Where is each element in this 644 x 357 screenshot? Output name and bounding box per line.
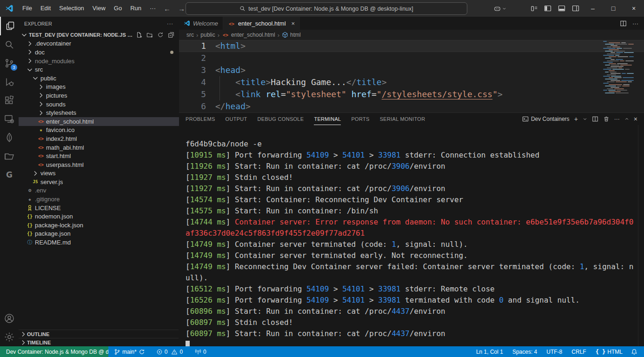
cursor-position[interactable]: Ln 1, Col 1 (473, 346, 506, 357)
tree-item-math-abi-html[interactable]: <>math_abi.html (19, 143, 179, 152)
terminal-profile[interactable]: Dev Containers (522, 116, 570, 122)
menu-edit[interactable]: Edit (36, 3, 55, 14)
new-folder-icon[interactable] (146, 32, 153, 38)
tree-item-package-lock-json[interactable]: {}package-lock.json (19, 221, 179, 230)
minimap[interactable] (603, 41, 634, 101)
activity-docker-icon[interactable] (0, 147, 19, 165)
collapse-all-icon[interactable] (168, 32, 174, 38)
close-button[interactable]: × (624, 0, 644, 17)
tab-welcome[interactable]: Welcome (179, 17, 223, 30)
tree-item--gitignore[interactable]: ◆.gitignore (19, 195, 179, 204)
tree-item-public[interactable]: public (19, 74, 179, 83)
more-actions-icon[interactable]: ··· (632, 20, 638, 27)
toggle-secondary-sidebar-button[interactable] (569, 2, 583, 14)
refresh-icon[interactable] (157, 32, 164, 38)
code-editor[interactable]: 1<html>23<head>4 <title>Hacking Game...<… (179, 40, 644, 112)
activity-run-and-debug-icon[interactable] (0, 73, 19, 91)
tree-item-enter-school-html[interactable]: <>enter_school.html (19, 117, 179, 126)
activity-source-control-icon[interactable]: 3 (0, 54, 19, 73)
activity-mongodb-icon[interactable] (0, 128, 19, 147)
breadcrumb-src[interactable]: src (186, 32, 194, 38)
tree-item-readme-md[interactable]: ⓘREADME.md (19, 238, 179, 247)
problems-item[interactable]: 0 0 (153, 346, 186, 357)
tab-enter-school-html[interactable]: <>enter_school.html× (223, 17, 300, 30)
tree-item-src[interactable]: src (19, 65, 179, 74)
activity-search-icon[interactable] (0, 35, 19, 54)
code-line-6: 6</head> (179, 100, 644, 112)
timeline-label: TIMELINE (27, 340, 51, 345)
activity-extensions-icon[interactable] (0, 91, 19, 110)
minimap-line (603, 84, 634, 85)
copilot-button[interactable] (493, 5, 506, 13)
tree-item-server-js[interactable]: JSserver.js (19, 178, 179, 186)
language-mode[interactable]: { } HTML (593, 346, 625, 357)
activity-remote-explorer-icon[interactable] (0, 110, 19, 128)
panel-tab-debug-console[interactable]: DEBUG CONSOLE (258, 113, 304, 125)
maximize-panel-icon[interactable] (624, 117, 629, 121)
split-editor-icon[interactable] (620, 20, 627, 27)
breadcrumb-public[interactable]: public (200, 32, 215, 38)
command-center[interactable]: test_dev [Dev Container: Node.js & Mongo… (186, 2, 467, 15)
tree-item--devcontainer[interactable]: .devcontainer (19, 40, 179, 48)
panel-more-actions-icon[interactable]: ··· (614, 116, 620, 122)
close-tab-icon[interactable]: × (292, 20, 295, 27)
customize-layout-button[interactable] (527, 2, 541, 14)
maximize-button[interactable]: □ (603, 0, 624, 17)
panel-tab-output[interactable]: OUTPUT (226, 113, 247, 125)
outline-section[interactable]: OUTLINE (19, 330, 179, 338)
tree-item-node-modules[interactable]: node_modules (19, 57, 179, 66)
tree-item-pictures[interactable]: pictures (19, 91, 179, 100)
tree-item--env[interactable]: ⚙.env (19, 186, 179, 195)
toggle-panel-button[interactable] (555, 2, 569, 14)
panel-tab-ports[interactable]: PORTS (351, 113, 369, 125)
terminal-scrollbar[interactable] (638, 125, 644, 347)
menu-run[interactable]: Run (126, 3, 146, 14)
encoding[interactable]: UTF-8 (544, 346, 565, 357)
remote-indicator[interactable]: Dev Container: Node.js & Mongo DB @ desk… (0, 346, 108, 357)
panel-tab-problems[interactable]: PROBLEMS (186, 113, 215, 125)
git-branch-item[interactable]: main* (111, 346, 148, 357)
tree-item-nodemon-json[interactable]: {}nodemon.json (19, 212, 179, 221)
tree-item-package-json[interactable]: {}package.json (19, 230, 179, 238)
terminal-dropdown-icon[interactable] (583, 117, 587, 121)
split-terminal-icon[interactable] (592, 116, 598, 122)
new-file-icon[interactable] (136, 32, 142, 38)
breadcrumb-enter-school-html[interactable]: <>enter_school.html (222, 32, 275, 38)
activity-gitlens-icon[interactable]: G (0, 165, 19, 184)
notifications-bell[interactable] (628, 346, 640, 357)
explorer-more-actions-button[interactable]: ··· (167, 21, 173, 26)
menu-go[interactable]: Go (110, 3, 126, 14)
close-panel-icon[interactable]: × (634, 116, 637, 122)
explorer-root-folder[interactable]: TEST_DEV [DEV CONTAINER: NODE.JS & MONGO… (19, 31, 179, 40)
tree-item-favicon-ico[interactable]: ★favicon.ico (19, 126, 179, 135)
ports-item[interactable]: 0 (192, 346, 209, 357)
breadcrumb-html[interactable]: html (282, 32, 301, 38)
tree-item-index2-html[interactable]: <>index2.html (19, 134, 179, 143)
tree-item-sounds[interactable]: sounds (19, 100, 179, 109)
tree-item-license[interactable]: LICENSE (19, 204, 179, 212)
menu-[interactable]: ··· (146, 3, 160, 14)
activity-explorer-icon[interactable] (0, 17, 20, 35)
menu-file[interactable]: File (18, 3, 36, 14)
activity-account-icon[interactable] (0, 309, 19, 328)
menu-view[interactable]: View (88, 3, 110, 14)
back-button[interactable]: ← (160, 5, 174, 13)
tree-item-views[interactable]: views (19, 169, 179, 178)
menu-selection[interactable]: Selection (55, 3, 88, 14)
indentation[interactable]: Spaces: 4 (510, 346, 540, 357)
eol-sequence[interactable]: CRLF (569, 346, 589, 357)
toggle-sidebar-button[interactable] (541, 2, 555, 14)
new-terminal-button[interactable]: + (574, 116, 578, 122)
tree-item-userpass-html[interactable]: <>userpass.html (19, 160, 179, 169)
tree-item-images[interactable]: images (19, 83, 179, 92)
kill-terminal-icon[interactable] (603, 116, 610, 122)
panel-tab-terminal[interactable]: TERMINAL (314, 113, 341, 125)
activity-settings-icon[interactable] (0, 328, 19, 346)
tree-item-start-html[interactable]: <>start.html (19, 152, 179, 160)
tree-item-doc[interactable]: doc (19, 48, 179, 57)
timeline-section[interactable]: TIMELINE (19, 338, 179, 346)
tree-item-stylesheets[interactable]: stylesheets (19, 108, 179, 117)
terminal-output[interactable]: f6d4b9cba/node -e[10915 ms] Port forward… (179, 125, 638, 347)
minimize-button[interactable]: – (583, 0, 603, 17)
panel-tab-serial-monitor[interactable]: SERIAL MONITOR (380, 113, 425, 125)
